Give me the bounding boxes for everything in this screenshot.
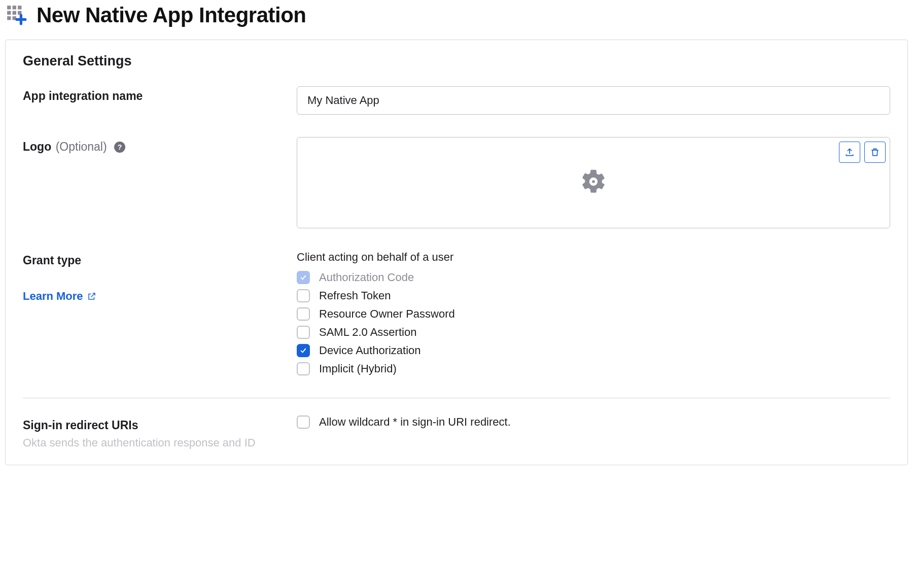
- svg-rect-2: [18, 6, 21, 9]
- grant-subheading: Client acting on behalf of a user: [297, 251, 890, 264]
- gear-icon: [579, 167, 608, 198]
- grant-checkbox: [297, 271, 310, 284]
- section-title: General Settings: [23, 53, 890, 69]
- external-link-icon: [87, 292, 96, 301]
- help-icon[interactable]: ?: [114, 142, 125, 153]
- wildcard-label: Allow wildcard * in sign-in URI redirect…: [319, 416, 511, 429]
- grant-checkbox[interactable]: [297, 289, 310, 302]
- delete-logo-button[interactable]: [864, 142, 886, 163]
- signin-redirect-label: Sign-in redirect URIs: [23, 419, 138, 432]
- divider: [23, 398, 890, 398]
- learn-more-text: Learn More: [23, 290, 83, 303]
- signin-redirect-hint: Okta sends the authentication response a…: [23, 436, 297, 449]
- grant-type-label: Grant type: [23, 254, 81, 267]
- grant-checkbox[interactable]: [297, 362, 310, 375]
- svg-rect-6: [7, 16, 11, 20]
- svg-rect-1: [13, 6, 16, 9]
- logo-optional: (Optional): [56, 140, 107, 153]
- grant-option-label: Device Authorization: [319, 344, 421, 357]
- grant-option-label: Authorization Code: [319, 271, 414, 284]
- logo-label: Logo: [23, 140, 51, 153]
- general-settings-panel: General Settings App integration name Lo…: [5, 40, 908, 465]
- grant-option-label: Implicit (Hybrid): [319, 362, 397, 375]
- grant-option-label: Resource Owner Password: [319, 307, 455, 321]
- grant-checkbox[interactable]: [297, 326, 310, 339]
- grant-option-label: SAML 2.0 Assertion: [319, 326, 416, 339]
- app-name-label: App integration name: [23, 89, 143, 102]
- learn-more-link[interactable]: Learn More: [23, 290, 96, 303]
- app-name-input[interactable]: [297, 86, 890, 115]
- page-title: New Native App Integration: [37, 3, 306, 27]
- upload-logo-button[interactable]: [839, 142, 860, 163]
- svg-rect-0: [7, 6, 11, 9]
- wildcard-checkbox[interactable]: [297, 416, 310, 429]
- svg-point-9: [592, 180, 595, 183]
- apps-plus-icon: [6, 5, 27, 26]
- svg-rect-3: [7, 11, 11, 15]
- grant-checkbox[interactable]: [297, 307, 310, 321]
- grant-option-label: Refresh Token: [319, 289, 391, 302]
- logo-dropzone[interactable]: [297, 137, 890, 228]
- grant-checkbox[interactable]: [297, 344, 310, 357]
- svg-rect-4: [13, 11, 16, 15]
